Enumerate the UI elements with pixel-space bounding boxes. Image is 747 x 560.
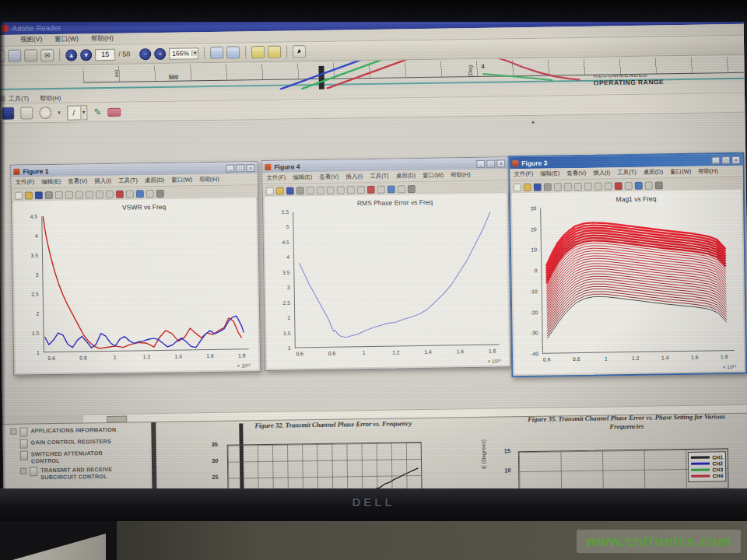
- menu-item[interactable]: 文件(F): [514, 170, 533, 178]
- zoom-out-icon[interactable]: [574, 182, 582, 190]
- maximize-button[interactable]: □: [236, 164, 244, 172]
- rotate-3d-icon[interactable]: [594, 182, 602, 190]
- adobe-menu-item[interactable]: 视图(V): [20, 35, 43, 44]
- bookmark-item[interactable]: TRANSMIT AND RECEIVE SUBCIRCUIT CONTROL: [20, 465, 146, 481]
- save-figure-icon[interactable]: [534, 183, 542, 191]
- edit-plot-icon[interactable]: [55, 191, 63, 198]
- brush-icon[interactable]: [116, 190, 124, 198]
- menu-item[interactable]: 插入(I): [345, 173, 363, 180]
- insert-legend-icon[interactable]: [398, 185, 405, 193]
- insert-colorbar-icon[interactable]: [388, 185, 395, 193]
- zoom-in-button[interactable]: +: [154, 47, 166, 59]
- data-cursor-icon[interactable]: [357, 186, 365, 194]
- maximize-button[interactable]: □: [721, 156, 730, 164]
- paint-menu-item[interactable]: 帮助(H): [40, 93, 61, 102]
- menu-item[interactable]: 桌面(D): [145, 177, 165, 184]
- expand-icon[interactable]: [20, 468, 26, 474]
- adobe-menu-item[interactable]: 帮助(H): [91, 34, 114, 44]
- bookmark-item[interactable]: APPLICATIONS INFORMATION: [10, 425, 146, 437]
- fit-width-icon[interactable]: [226, 46, 240, 58]
- dropdown-arrow-icon[interactable]: ▾: [80, 106, 87, 119]
- menu-item[interactable]: 帮助(H): [199, 176, 219, 184]
- menu-item[interactable]: 编辑(E): [293, 173, 312, 181]
- menu-item[interactable]: 编辑(E): [41, 178, 61, 186]
- next-page-button[interactable]: ▼: [80, 49, 92, 61]
- dock-figure-icon[interactable]: [156, 189, 164, 197]
- link-plot-icon[interactable]: [625, 181, 633, 189]
- menu-item[interactable]: 桌面(D): [644, 168, 664, 176]
- highlight-icon[interactable]: [268, 46, 281, 58]
- menu-item[interactable]: 插入(I): [593, 169, 610, 177]
- dock-figure-icon[interactable]: [408, 185, 416, 193]
- menu-item[interactable]: 帮助(H): [451, 171, 471, 179]
- paint-menu-item[interactable]: 工具(T): [9, 94, 29, 103]
- zoom-out-button[interactable]: −: [139, 48, 151, 60]
- single-page-view-icon[interactable]: [210, 47, 223, 59]
- select-tool-icon[interactable]: [293, 45, 306, 58]
- insert-colorbar-icon[interactable]: [635, 181, 643, 189]
- data-cursor-icon[interactable]: [106, 190, 114, 198]
- save-figure-icon[interactable]: [286, 187, 294, 194]
- bookmark-label[interactable]: SWITCHED ATTENUATOR CONTROL: [31, 450, 117, 465]
- menu-item[interactable]: 编辑(E): [540, 170, 559, 177]
- bookmark-item[interactable]: SWITCHED ATTENUATOR CONTROL: [20, 449, 146, 464]
- minimize-button[interactable]: _: [476, 159, 485, 167]
- dropdown-arrow-icon[interactable]: ▾: [58, 110, 61, 116]
- brush-icon[interactable]: [615, 182, 622, 190]
- bookmark-label[interactable]: GAIN CONTROL REGISTERS: [31, 438, 111, 446]
- open-file-icon[interactable]: [524, 183, 531, 191]
- close-button[interactable]: ×: [731, 156, 740, 163]
- link-plot-icon[interactable]: [126, 190, 134, 198]
- menu-item[interactable]: 工具(T): [118, 177, 138, 184]
- insert-legend-icon[interactable]: [645, 181, 653, 189]
- pencil-tool-icon[interactable]: ✎: [93, 107, 101, 117]
- zoom-out-icon[interactable]: [327, 186, 335, 194]
- menu-item[interactable]: 窗口(W): [171, 176, 192, 184]
- new-figure-icon[interactable]: [266, 187, 274, 194]
- expand-icon[interactable]: [10, 429, 16, 435]
- zoom-in-icon[interactable]: [65, 191, 73, 198]
- page-setup-icon[interactable]: [20, 107, 33, 119]
- insert-colorbar-icon[interactable]: [136, 190, 144, 198]
- save-icon[interactable]: [8, 50, 21, 62]
- rotate-3d-icon[interactable]: [347, 186, 355, 194]
- pan-icon[interactable]: [337, 186, 345, 194]
- minimize-button[interactable]: _: [226, 164, 234, 172]
- save-figure-icon[interactable]: [35, 191, 43, 199]
- menu-item[interactable]: 插入(I): [94, 177, 111, 185]
- eraser-tool-icon[interactable]: [107, 107, 121, 116]
- close-button[interactable]: ×: [496, 159, 505, 167]
- brush-icon[interactable]: [367, 185, 375, 193]
- menu-item[interactable]: 查看(V): [68, 177, 87, 185]
- menu-item[interactable]: 文件(F): [266, 174, 286, 182]
- bookmark-item[interactable]: GAIN CONTROL REGISTERS: [20, 437, 146, 448]
- menu-item[interactable]: 窗口(W): [423, 172, 444, 180]
- menu-item[interactable]: 帮助(H): [698, 167, 718, 175]
- new-figure-icon[interactable]: [15, 191, 23, 199]
- toolbar-partial-icon[interactable]: [0, 50, 5, 62]
- menu-item[interactable]: 文件(F): [16, 178, 35, 186]
- comment-icon[interactable]: [251, 46, 265, 58]
- rotate-3d-icon[interactable]: [96, 191, 103, 198]
- maximize-button[interactable]: □: [486, 159, 495, 167]
- pan-icon[interactable]: [86, 191, 93, 198]
- previous-page-button[interactable]: ▲: [65, 49, 77, 61]
- dock-figure-icon[interactable]: [655, 181, 663, 189]
- link-plot-icon[interactable]: [377, 185, 385, 193]
- email-icon[interactable]: ✉: [40, 49, 54, 61]
- data-cursor-icon[interactable]: [605, 182, 612, 190]
- menu-item[interactable]: 工具(T): [370, 173, 389, 180]
- menu-item[interactable]: 桌面(D): [396, 172, 416, 180]
- stamp-tool-icon[interactable]: [39, 107, 51, 119]
- open-file-icon[interactable]: [276, 187, 284, 194]
- new-figure-icon[interactable]: [514, 184, 521, 191]
- line-tool-icon[interactable]: /: [68, 108, 80, 117]
- print-figure-icon[interactable]: [45, 191, 53, 198]
- dropdown-arrow-icon[interactable]: ▾: [191, 50, 198, 56]
- close-button[interactable]: ×: [246, 164, 254, 172]
- edit-plot-icon[interactable]: [554, 183, 562, 191]
- save-icon[interactable]: [2, 107, 14, 120]
- bookmark-label[interactable]: TRANSMIT AND RECEIVE SUBCIRCUIT CONTROL: [40, 466, 126, 481]
- pan-icon[interactable]: [584, 182, 592, 190]
- adobe-menu-item[interactable]: 窗口(W): [54, 34, 79, 44]
